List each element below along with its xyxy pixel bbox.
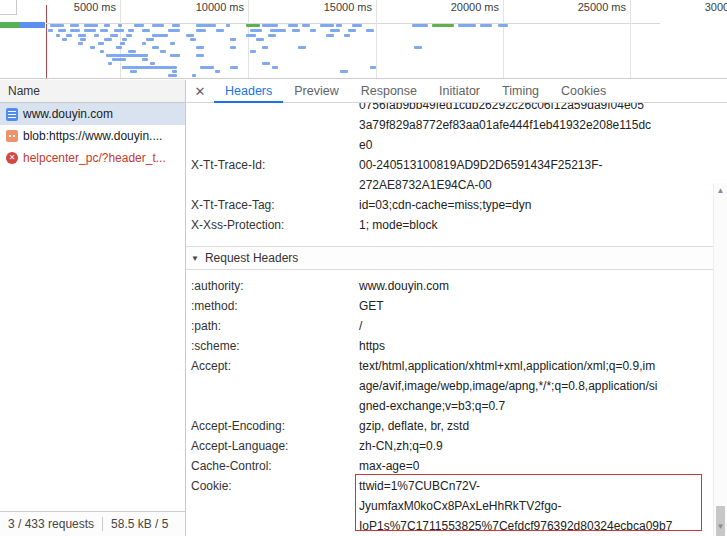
network-summary-bar: 3 / 433 requests 58.5 kB / 5 bbox=[0, 511, 185, 536]
header-value: https bbox=[359, 336, 385, 356]
waterfall-bar bbox=[110, 34, 118, 37]
scroll-up-icon[interactable]: ▲ bbox=[714, 184, 727, 198]
header-value: zh-CN,zh;q=0.9 bbox=[359, 436, 443, 456]
waterfall-bar bbox=[84, 24, 98, 27]
timeline-tick-label: 20000 ms bbox=[417, 1, 499, 13]
header-value: 0756fab9bb49fed1cdb26292c26c06f12a59da9f… bbox=[359, 103, 651, 155]
waterfall-bar bbox=[215, 70, 220, 73]
waterfall-bar bbox=[288, 24, 298, 27]
header-key: Cache-Control: bbox=[186, 456, 359, 476]
waterfall-bar bbox=[246, 24, 260, 27]
header-key: Accept: bbox=[186, 356, 359, 416]
waterfall-bar bbox=[370, 66, 376, 69]
waterfall-bar bbox=[134, 24, 144, 27]
waterfall-bar bbox=[170, 42, 175, 45]
header-key: Accept-Language: bbox=[186, 436, 359, 456]
waterfall-bar bbox=[104, 24, 110, 27]
waterfall-bar bbox=[272, 66, 278, 69]
waterfall-bar bbox=[310, 29, 316, 32]
request-headers-toggle[interactable]: ▼ Request Headers bbox=[186, 246, 713, 270]
waterfall-bar bbox=[122, 66, 177, 69]
header-value: 1; mode=block bbox=[359, 215, 437, 235]
waterfall-bar bbox=[108, 62, 112, 65]
scroll-down-icon[interactable]: ▼ bbox=[714, 520, 727, 534]
timeline-gridline bbox=[248, 0, 249, 78]
waterfall-bar bbox=[168, 29, 180, 32]
waterfall-bar bbox=[320, 24, 334, 27]
tab-initiator[interactable]: Initiator bbox=[428, 80, 491, 103]
header-value: / bbox=[359, 316, 362, 336]
tab-cookies[interactable]: Cookies bbox=[550, 80, 617, 103]
waterfall-bar bbox=[302, 24, 310, 27]
waterfall-bar bbox=[366, 29, 374, 32]
close-icon[interactable]: ✕ bbox=[186, 84, 214, 99]
waterfall-bar bbox=[330, 29, 340, 32]
waterfall-bar bbox=[192, 74, 196, 77]
network-overview[interactable]: 5000 ms10000 ms15000 ms20000 ms25000 ms3… bbox=[0, 0, 727, 79]
waterfall-bar bbox=[70, 29, 80, 32]
header-row: Accept-Language: zh-CN,zh;q=0.9 bbox=[186, 436, 713, 456]
tab-headers[interactable]: Headers bbox=[214, 80, 283, 103]
waterfall-bar bbox=[170, 54, 180, 57]
requests-count: 3 / 433 requests bbox=[0, 517, 102, 531]
devtools-network-panel: 5000 ms10000 ms15000 ms20000 ms25000 ms3… bbox=[0, 0, 727, 536]
waterfall-bar bbox=[230, 38, 236, 41]
waterfall-bar bbox=[150, 62, 155, 65]
waterfall-bar bbox=[128, 50, 136, 53]
waterfall-bar bbox=[230, 66, 238, 69]
waterfall-bar bbox=[98, 42, 104, 45]
vertical-scrollbar[interactable]: ▲ ▼ bbox=[713, 183, 727, 536]
waterfall-bar bbox=[120, 42, 125, 45]
waterfall-bar bbox=[268, 34, 276, 37]
header-key: :method: bbox=[186, 296, 359, 316]
timeline-gridline bbox=[630, 0, 631, 78]
request-row-blob[interactable]: blob:https://www.douyin.... bbox=[0, 125, 185, 147]
timeline-gridline bbox=[120, 0, 121, 78]
waterfall-bar bbox=[94, 34, 99, 37]
request-label: blob:https://www.douyin.... bbox=[23, 129, 162, 143]
waterfall-bar bbox=[62, 38, 67, 41]
header-row: :path: / bbox=[186, 316, 713, 336]
name-column-header[interactable]: Name bbox=[0, 80, 185, 103]
waterfall-bar bbox=[186, 34, 194, 37]
waterfall-bar bbox=[326, 34, 334, 37]
waterfall-bar bbox=[230, 46, 236, 49]
waterfall-bar bbox=[90, 46, 95, 49]
waterfall-bar bbox=[250, 50, 256, 53]
waterfall-bar bbox=[480, 24, 492, 27]
request-row-douyin[interactable]: www.douyin.com bbox=[0, 103, 185, 125]
tab-response[interactable]: Response bbox=[350, 80, 428, 103]
waterfall-bar bbox=[498, 24, 508, 27]
tab-preview[interactable]: Preview bbox=[283, 80, 349, 103]
header-key bbox=[186, 103, 359, 155]
waterfall-bar bbox=[160, 50, 166, 53]
waterfall-bar bbox=[116, 46, 122, 49]
waterfall-bar bbox=[114, 29, 124, 32]
header-value: 00-240513100819AD9D2D6591434F25213F- 272… bbox=[359, 155, 603, 195]
timeline-tick-label: 10000 ms bbox=[162, 1, 244, 13]
timeline-tick-label: 5000 ms bbox=[34, 1, 116, 13]
header-key: Accept-Encoding: bbox=[186, 416, 359, 436]
request-row-helpcenter[interactable]: ✕ helpcenter_pc/?header_t... bbox=[0, 147, 185, 169]
waterfall-bar bbox=[142, 42, 146, 45]
header-row: :authority: www.douyin.com bbox=[186, 276, 713, 296]
waterfall-bar bbox=[256, 38, 264, 41]
header-row: X-Xss-Protection: 1; mode=block bbox=[186, 215, 713, 235]
request-list: Name www.douyin.com blob:https://www.dou… bbox=[0, 80, 186, 536]
request-detail-pane: ✕ Headers Preview Response Initiator Tim… bbox=[186, 80, 727, 536]
header-value: id=03;cdn-cache=miss;type=dyn bbox=[359, 195, 531, 215]
waterfall-bar bbox=[340, 70, 348, 73]
waterfall-bar bbox=[118, 24, 122, 27]
header-row: Accept: text/html,application/xhtml+xml,… bbox=[186, 356, 713, 416]
header-key: X-Xss-Protection: bbox=[186, 215, 359, 235]
waterfall-bar bbox=[172, 70, 177, 73]
waterfall-bar bbox=[262, 24, 278, 27]
waterfall-bar bbox=[84, 29, 96, 32]
header-key: X-Tt-Trace-Tag: bbox=[186, 195, 359, 215]
waterfall-bar bbox=[196, 46, 204, 49]
headers-panel: 0756fab9bb49fed1cdb26292c26c06f12a59da9f… bbox=[186, 103, 713, 536]
tab-timing[interactable]: Timing bbox=[491, 80, 550, 103]
waterfall-bar bbox=[122, 38, 127, 41]
waterfall-bar bbox=[190, 38, 196, 41]
load-event-line bbox=[46, 5, 47, 78]
